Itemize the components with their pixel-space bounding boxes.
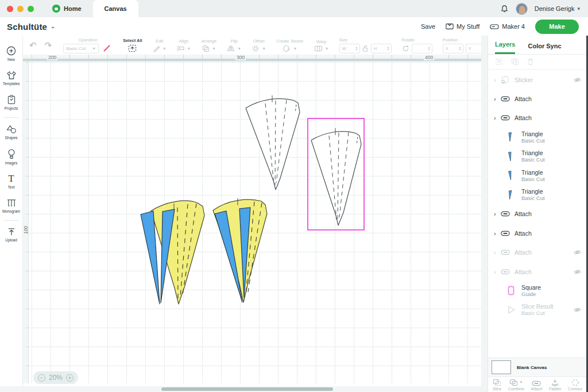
offset-button[interactable]: Offset ▼ — [246, 36, 271, 55]
notifications-bell-icon[interactable] — [500, 5, 509, 13]
layer-row-slice-result[interactable]: Slice ResultBasic Cut — [488, 301, 587, 320]
sidebar-item-text[interactable]: T Text — [0, 170, 22, 194]
size-height-input[interactable]: H ▲▼ — [371, 44, 392, 53]
sidebar-item-upload[interactable]: Upload — [0, 223, 22, 247]
sidebar-item-label: Projects — [5, 106, 18, 110]
flip-button[interactable]: Flip ▼ — [222, 36, 246, 55]
machine-select-button[interactable]: Maker 4 — [490, 23, 525, 30]
user-menu[interactable]: Denise Gerigk ▾ — [535, 5, 580, 12]
chevron-right-icon[interactable]: › — [494, 95, 501, 102]
chevron-right-icon[interactable]: › — [494, 268, 501, 275]
chevron-right-icon[interactable]: › — [494, 230, 501, 237]
layer-row-triangle[interactable]: TriangleBasic Cut — [488, 166, 587, 185]
layer-label: Attach — [514, 114, 532, 121]
tab-home[interactable]: Home — [41, 0, 93, 17]
edit-label: Edit — [156, 39, 163, 44]
layer-row-triangle[interactable]: TriangleBasic Cut — [488, 185, 587, 204]
sidebar-item-templates[interactable]: Templates — [0, 66, 22, 90]
user-avatar[interactable] — [516, 3, 528, 15]
eye-slash-icon[interactable] — [574, 269, 581, 275]
canvas-shape-cone-outline-1[interactable] — [242, 93, 303, 193]
slice-button[interactable]: Slice — [493, 379, 501, 391]
zoom-window-button[interactable] — [28, 6, 34, 12]
sticker-icon — [501, 76, 514, 84]
chevron-down-icon: ▾ — [577, 6, 580, 11]
chevron-right-icon[interactable]: › — [494, 249, 501, 256]
lock-ratio-icon[interactable] — [362, 45, 369, 52]
sidebar-item-projects[interactable]: Projects — [0, 90, 22, 115]
flatten-button[interactable]: Flatten — [549, 379, 561, 391]
sidebar-item-shapes[interactable]: Shapes — [0, 120, 22, 144]
contour-button[interactable]: Contour — [568, 379, 582, 391]
layer-row-attach[interactable]: › Attach — [488, 262, 587, 281]
operation-select[interactable]: Basic Cut ▼ — [63, 44, 99, 53]
layer-row-attach[interactable]: › Attach — [488, 205, 587, 224]
project-title-menu[interactable]: Schultüte ⌄ — [0, 22, 55, 32]
combine-icon — [509, 379, 518, 386]
position-x-input[interactable]: X ▲▼ — [443, 44, 463, 53]
canvas-color-swatch[interactable] — [492, 360, 511, 374]
create-sticker-icon: ▼ — [283, 45, 297, 52]
stepper-icon[interactable]: ▲▼ — [387, 46, 391, 51]
canvas-area[interactable]: 200 300 400 100 — [23, 55, 481, 386]
layer-row-attach[interactable]: › Attach — [488, 89, 587, 108]
canvas-shape-cone-yellow-1[interactable] — [140, 194, 206, 308]
sidebar-item-monogram[interactable]: Monogram — [0, 194, 22, 218]
stepper-icon[interactable]: ▲▼ — [459, 46, 463, 51]
create-sticker-button[interactable]: Create Sticker ▼ — [271, 36, 309, 55]
duplicate-icon[interactable] — [511, 58, 519, 66]
eye-slash-icon[interactable] — [574, 249, 581, 255]
tab-layers[interactable]: Layers — [495, 41, 515, 54]
layer-row-triangle[interactable]: TriangleBasic Cut — [488, 128, 587, 147]
layer-row-attach[interactable]: › Attach — [488, 243, 587, 262]
horizontal-scrollbar[interactable] — [0, 386, 488, 392]
rotate-input[interactable]: ▲▼ — [412, 44, 432, 53]
tab-color-sync[interactable]: Color Sync — [528, 43, 561, 54]
pen-color-swatch[interactable] — [101, 44, 113, 53]
chevron-right-icon[interactable]: › — [494, 76, 501, 83]
make-button[interactable]: Make — [535, 20, 579, 34]
stepper-icon[interactable]: ▲▼ — [355, 46, 359, 51]
layer-row-attach[interactable]: › Attach — [488, 224, 587, 243]
canvas-shape-cone-yellow-2[interactable] — [211, 194, 268, 306]
blank-canvas-row[interactable]: Blank Canvas — [488, 358, 587, 376]
chevron-right-icon[interactable]: › — [494, 114, 501, 121]
edit-button[interactable]: Edit ▼ — [148, 36, 172, 55]
align-button[interactable]: Align ▼ — [172, 36, 196, 55]
layer-row-square-guide[interactable]: SquareGuide — [488, 281, 587, 300]
canvas-grid[interactable] — [29, 62, 481, 383]
combine-button[interactable]: ▼ Combine — [508, 379, 524, 391]
chevron-right-icon[interactable]: › — [494, 210, 501, 217]
minimize-window-button[interactable] — [17, 6, 24, 12]
save-button[interactable]: Save — [421, 23, 435, 30]
zoom-out-button[interactable]: − — [38, 374, 45, 382]
select-all-button[interactable]: Select All — [118, 36, 148, 55]
undo-button[interactable]: ↶ — [25, 40, 41, 51]
redo-button[interactable]: ↷ — [41, 40, 56, 51]
zoom-control[interactable]: − 20% + — [33, 371, 78, 384]
tab-canvas[interactable]: Canvas — [93, 0, 138, 17]
close-window-button[interactable] — [7, 6, 13, 12]
eye-slash-icon[interactable] — [574, 307, 581, 313]
layer-row-attach[interactable]: › Attach — [488, 109, 587, 128]
sidebar-item-images[interactable]: Images — [0, 144, 22, 170]
canvas-shape-cone-outline-2[interactable] — [309, 126, 363, 228]
group-icon[interactable] — [495, 58, 503, 66]
layer-label: Triangle — [521, 188, 545, 195]
sidebar-divider — [4, 117, 19, 118]
eye-slash-icon[interactable] — [574, 77, 581, 83]
arrange-button[interactable]: Arrange ▼ — [196, 36, 222, 55]
sidebar-item-new[interactable]: New — [0, 41, 22, 66]
horizontal-scrollbar-thumb[interactable] — [161, 387, 333, 391]
warp-button[interactable]: Warp ▼ — [309, 36, 334, 55]
layer-row-triangle[interactable]: TriangleBasic Cut — [488, 147, 587, 166]
size-width-input[interactable]: W ▲▼ — [339, 44, 360, 53]
attach-button[interactable]: Attach — [531, 379, 543, 391]
macos-traffic-lights[interactable] — [0, 6, 41, 12]
ruler-label: 100 — [23, 226, 29, 234]
layer-row-sticker[interactable]: › Sticker — [488, 70, 587, 89]
my-stuff-button[interactable]: My Stuff — [446, 23, 479, 30]
delete-icon[interactable] — [527, 58, 534, 66]
zoom-in-button[interactable]: + — [66, 374, 74, 382]
stepper-icon[interactable]: ▲▼ — [428, 46, 432, 51]
